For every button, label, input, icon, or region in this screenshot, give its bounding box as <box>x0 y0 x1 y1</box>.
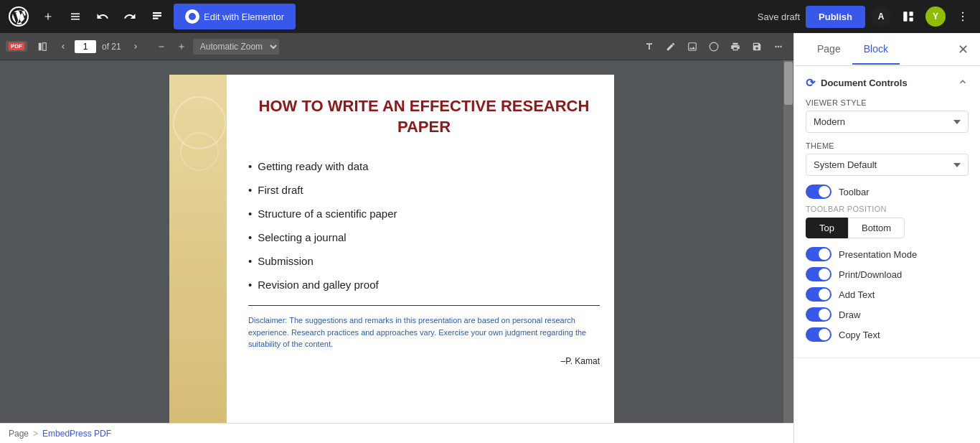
pdf-scrollbar[interactable] <box>783 60 793 423</box>
pdf-scroll-tool-button[interactable] <box>705 39 723 55</box>
theme-select[interactable]: System Default Light Dark <box>806 154 969 176</box>
add-block-button[interactable] <box>37 6 59 27</box>
section-heading: ⟳ Document Controls <box>806 76 908 90</box>
svg-point-9 <box>962 19 963 21</box>
svg-rect-5 <box>910 11 913 16</box>
svg-rect-2 <box>153 18 159 19</box>
toolbar-toggle[interactable] <box>806 185 831 199</box>
pdf-bullet-item: Selecting a journal <box>248 225 600 249</box>
pdf-zoom-out-button[interactable] <box>153 39 170 54</box>
undo-button[interactable] <box>92 6 113 27</box>
pdf-save-button[interactable] <box>748 39 766 55</box>
pdf-toolbar: PDF of 21 Automatic Zoom 50% 75% <box>0 33 793 60</box>
breadcrumb-root[interactable]: Page <box>9 429 29 439</box>
svg-rect-10 <box>39 42 42 50</box>
presentation-mode-label: Presentation Mode <box>839 249 917 260</box>
layout-icon-button[interactable] <box>897 5 920 28</box>
pdf-text-tool-button[interactable] <box>640 39 659 55</box>
save-draft-button[interactable]: Save draft <box>758 11 800 22</box>
pdf-main-content: HOW TO WRITE AN EFFECTIVE RESEARCH PAPER… <box>234 75 614 423</box>
toolbar-top-button[interactable]: Top <box>806 218 848 238</box>
section-title: Document Controls <box>821 78 908 88</box>
add-text-label: Add Text <box>839 289 875 300</box>
pdf-image-tool-button[interactable] <box>683 39 702 55</box>
pdf-zoom-in-button[interactable] <box>173 39 190 54</box>
svg-rect-0 <box>153 12 161 14</box>
tools-button[interactable] <box>65 6 86 27</box>
section-header: ⟳ Document Controls <box>806 76 969 90</box>
pdf-bullet-item: First draft <box>248 178 600 202</box>
pdf-viewer: PDF of 21 Automatic Zoom 50% 75% <box>0 33 793 443</box>
collapse-button[interactable] <box>957 76 969 90</box>
close-panel-button[interactable]: ✕ <box>958 42 969 57</box>
right-panel: Page Block ✕ ⟳ Document Controls VIEWER … <box>793 33 980 443</box>
toolbar-cursor-indicator <box>880 186 891 197</box>
pdf-bullet-item: Getting ready with data <box>248 154 600 178</box>
toolbar-position-section: TOOLBAR POSITION Top Bottom <box>806 205 969 238</box>
svg-rect-11 <box>43 42 47 50</box>
toolbar-toggle-row: Toolbar <box>806 185 969 199</box>
pdf-bullet-item: Structure of a scientific paper <box>248 202 600 225</box>
add-text-toggle[interactable] <box>806 287 831 302</box>
pdf-bullet-item: Submission <box>248 249 600 273</box>
pdf-bullet-list: Getting ready with data First draft Stru… <box>248 154 600 297</box>
print-download-row: Print/Download <box>806 267 969 281</box>
publish-button[interactable]: Publish <box>806 6 865 28</box>
viewer-style-label: VIEWER STYLE <box>806 98 969 107</box>
pdf-title: HOW TO WRITE AN EFFECTIVE RESEARCH PAPER <box>248 96 600 137</box>
viewer-style-select[interactable]: Modern Classic Compact <box>806 111 969 133</box>
pdf-prev-button[interactable] <box>55 39 72 54</box>
toolbar-position-label: TOOLBAR POSITION <box>806 205 969 213</box>
pdf-print-button[interactable] <box>726 39 745 55</box>
print-download-label: Print/Download <box>839 269 902 280</box>
top-bar: Edit with Elementor Save draft Publish A… <box>0 0 980 33</box>
pdf-edit-tool-button[interactable] <box>661 39 680 55</box>
pdf-author: –P. Kamat <box>248 356 600 366</box>
svg-rect-1 <box>153 15 161 17</box>
right-panel-header: Page Block ✕ <box>794 33 980 66</box>
tab-page[interactable]: Page <box>806 34 852 65</box>
svg-point-3 <box>189 13 196 20</box>
breadcrumb: Page > EmbedPress PDF <box>0 423 793 443</box>
theme-control: THEME System Default Light Dark <box>806 141 969 176</box>
pdf-zoom-select[interactable]: Automatic Zoom 50% 75% 100% 125% 150% <box>193 39 279 55</box>
draw-toggle[interactable] <box>806 307 831 322</box>
pdf-disclaimer: Disclaimer: The suggestions and remarks … <box>248 314 600 350</box>
pdf-more-tools-button[interactable] <box>769 39 788 55</box>
more-options-button[interactable] <box>951 5 974 28</box>
svg-rect-6 <box>910 18 913 22</box>
pdf-decoration <box>169 75 227 423</box>
details-button[interactable] <box>146 6 168 27</box>
presentation-mode-toggle[interactable] <box>806 247 831 261</box>
print-download-toggle[interactable] <box>806 267 831 281</box>
pdf-next-button[interactable] <box>127 39 144 54</box>
pdf-page-total: of 21 <box>102 42 121 52</box>
edit-with-elementor-button[interactable]: Edit with Elementor <box>174 4 296 29</box>
copy-text-toggle[interactable] <box>806 327 831 342</box>
svg-rect-4 <box>903 11 907 22</box>
add-text-row: Add Text <box>806 287 969 302</box>
content-area: PDF of 21 Automatic Zoom 50% 75% <box>0 33 980 443</box>
sync-icon: ⟳ <box>806 76 815 90</box>
copy-text-label: Copy Text <box>839 330 880 340</box>
toolbar-label: Toolbar <box>839 187 870 197</box>
copy-text-row: Copy Text <box>806 327 969 342</box>
breadcrumb-current[interactable]: EmbedPress PDF <box>42 429 111 439</box>
redo-button[interactable] <box>119 6 141 27</box>
pdf-page-input[interactable] <box>75 40 96 53</box>
astra-icon[interactable]: A <box>871 6 891 27</box>
toolbar-bottom-button[interactable]: Bottom <box>848 218 905 238</box>
pdf-toggle-sidebar-button[interactable] <box>33 39 52 55</box>
tab-block[interactable]: Block <box>852 34 900 65</box>
pdf-bullet-item: Revision and galley proof <box>248 273 600 297</box>
toolbar-position-buttons: Top Bottom <box>806 218 969 238</box>
viewer-style-control: VIEWER STYLE Modern Classic Compact <box>806 98 969 133</box>
elementor-icon <box>185 9 199 24</box>
document-controls-section: ⟳ Document Controls VIEWER STYLE Modern … <box>794 66 980 358</box>
yoast-icon[interactable]: Y <box>925 6 946 27</box>
theme-label: THEME <box>806 141 969 150</box>
top-bar-right: Save draft Publish A Y <box>758 5 974 28</box>
pdf-content-area: HOW TO WRITE AN EFFECTIVE RESEARCH PAPER… <box>0 60 783 423</box>
pdf-toolbar-right <box>640 39 788 55</box>
wordpress-logo[interactable] <box>6 4 32 29</box>
